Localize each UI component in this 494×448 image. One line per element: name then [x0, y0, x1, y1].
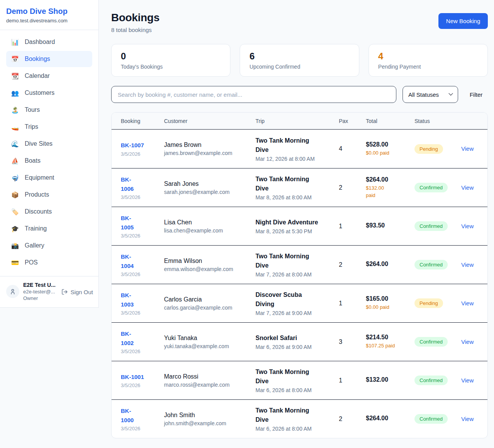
customer-email: james.brown@example.com: [164, 150, 251, 156]
booking-date: 3/5/2026: [121, 194, 159, 200]
sign-out-label: Sign Out: [71, 289, 93, 295]
stat-card: 6 Upcoming Confirmed: [240, 44, 359, 77]
trips-icon: 🚤: [11, 123, 19, 131]
sidebar-item-trips[interactable]: 🚤 Trips: [6, 119, 92, 135]
stats-row: 0 Today's Bookings 6 Upcoming Confirmed …: [111, 44, 488, 77]
trip-datetime: Mar 12, 2026 at 8:00 AM: [255, 156, 334, 162]
table-row: BK- 1003 3/5/2026 Carlos Garcia carlos.g…: [112, 284, 487, 322]
pos-icon: 💳: [11, 259, 19, 266]
column-header: Pax: [339, 118, 366, 124]
products-icon: 📦: [11, 191, 19, 199]
sidebar-item-discounts[interactable]: 🏷️ Discounts: [6, 204, 92, 220]
user-name: E2E Test U...: [23, 282, 56, 288]
booking-id-link[interactable]: BK- 1003: [121, 291, 159, 309]
sidebar-item-gallery[interactable]: 📸 Gallery: [6, 237, 92, 254]
sidebar-item-customers[interactable]: 👥 Customers: [6, 85, 92, 101]
booking-id-link[interactable]: BK- 1005: [121, 214, 159, 232]
table-row: BK- 1006 3/5/2026 Sarah Jones sarah.jone…: [112, 168, 487, 207]
filter-button[interactable]: Filter: [464, 91, 488, 98]
booking-id-link[interactable]: BK- 1004: [121, 252, 159, 270]
trip-cell: Night Dive Adventure Mar 8, 2026 at 5:30…: [255, 218, 339, 234]
table-row: BK- 1004 3/5/2026 Emma Wilson emma.wilso…: [112, 245, 487, 284]
trip-datetime: Mar 8, 2026 at 5:30 PM: [255, 228, 334, 234]
total-cell: $264.00: [366, 415, 414, 423]
column-header: Total: [366, 118, 414, 124]
trip-datetime: Mar 6, 2026 at 9:00 AM: [255, 344, 334, 350]
logout-icon: [61, 289, 68, 295]
stat-label: Upcoming Confirmed: [249, 64, 349, 70]
booking-id-link[interactable]: BK- 1002: [121, 329, 159, 347]
sidebar-item-dashboard[interactable]: 📊 Dashboard: [6, 34, 92, 50]
customer-cell: James Brown james.brown@example.com: [164, 141, 255, 156]
sidebar-item-dive-sites[interactable]: 🌊 Dive Sites: [6, 136, 92, 152]
pax-cell: 4: [339, 145, 366, 152]
trip-datetime: Mar 7, 2026 at 8:00 AM: [255, 271, 334, 278]
booking-date: 3/5/2026: [121, 233, 159, 239]
trip-name: Discover Scuba Diving: [255, 290, 334, 309]
view-link[interactable]: View: [461, 300, 474, 307]
pax-cell: 1: [339, 377, 366, 384]
stat-value: 4: [378, 51, 478, 62]
pax-cell: 1: [339, 300, 366, 307]
booking-cell: BK- 1006 3/5/2026: [121, 175, 164, 200]
stat-value: 0: [121, 51, 221, 62]
sidebar-item-bookings[interactable]: 📅 Bookings: [6, 51, 92, 67]
trip-name: Two Tank Morning Dive: [255, 367, 334, 386]
bookings-table: BookingCustomerTripPaxTotalStatus BK-100…: [111, 112, 488, 438]
column-header: Booking: [121, 118, 164, 124]
pax-cell: 2: [339, 184, 366, 191]
status-badge: Confirmed: [414, 260, 448, 269]
total-cell: $214.50 $107.25 paid: [366, 334, 414, 350]
actions-cell: View: [461, 145, 478, 152]
training-icon: 🎓: [11, 225, 19, 232]
status-badge: Pending: [414, 144, 443, 154]
trip-cell: Two Tank Morning Dive Mar 7, 2026 at 8:0…: [255, 252, 339, 278]
sidebar-item-pos[interactable]: 💳 POS: [6, 254, 92, 271]
status-select-value: All Statuses: [408, 91, 439, 98]
sidebar-nav: 📊 Dashboard 📅 Bookings 📆 Calendar 👥 Cust…: [0, 30, 98, 276]
status-select[interactable]: All Statuses: [403, 86, 458, 103]
calendar-icon: 📆: [11, 72, 19, 80]
sidebar-item-equipment[interactable]: 🤿 Equipment: [6, 170, 92, 186]
sidebar-item-calendar[interactable]: 📆 Calendar: [6, 68, 92, 84]
customer-cell: Lisa Chen lisa.chen@example.com: [164, 219, 255, 234]
search-input[interactable]: [111, 86, 396, 103]
sidebar-item-label: Discounts: [25, 208, 52, 215]
sidebar-item-products[interactable]: 📦 Products: [6, 187, 92, 203]
view-link[interactable]: View: [461, 377, 474, 384]
column-header: Customer: [164, 118, 255, 124]
view-link[interactable]: View: [461, 184, 474, 191]
booking-id-link[interactable]: BK-1001: [121, 372, 159, 381]
sidebar-item-label: Trips: [25, 123, 38, 130]
view-link[interactable]: View: [461, 223, 474, 229]
view-link[interactable]: View: [461, 145, 474, 152]
booking-id-link[interactable]: BK- 1006: [121, 175, 159, 193]
total-amount: $165.00: [366, 295, 410, 302]
sidebar-item-label: Calendar: [25, 72, 50, 79]
customer-name: Lisa Chen: [164, 219, 251, 226]
sidebar-item-label: POS: [25, 259, 38, 266]
view-link[interactable]: View: [461, 416, 474, 422]
sign-out-button[interactable]: Sign Out: [61, 289, 93, 295]
booking-id-link[interactable]: BK-1007: [121, 141, 159, 150]
avatar: [6, 285, 19, 298]
new-booking-button[interactable]: New Booking: [438, 13, 488, 29]
sidebar-item-tours[interactable]: 🏝️ Tours: [6, 102, 92, 118]
title-block: Bookings 8 total bookings: [111, 12, 159, 33]
view-link[interactable]: View: [461, 339, 474, 345]
bookings-icon: 📅: [11, 56, 19, 63]
booking-id-link[interactable]: BK- 1000: [121, 406, 159, 424]
customer-email: lisa.chen@example.com: [164, 227, 251, 234]
total-amount: $528.00: [366, 141, 410, 148]
brand-domain: demo.test.divestreams.com: [6, 18, 92, 24]
sidebar-item-training[interactable]: 🎓 Training: [6, 221, 92, 237]
view-link[interactable]: View: [461, 261, 474, 268]
filters-row: All Statuses Filter: [111, 86, 488, 103]
pax-cell: 2: [339, 261, 366, 268]
sidebar-item-label: Products: [25, 191, 49, 198]
sidebar-item-label: Dashboard: [25, 39, 55, 45]
table-row: BK- 1005 3/5/2026 Lisa Chen lisa.chen@ex…: [112, 207, 487, 245]
page-title: Bookings: [111, 12, 159, 24]
sidebar-item-boats[interactable]: ⛵ Boats: [6, 153, 92, 169]
total-amount: $132.00: [366, 376, 410, 383]
